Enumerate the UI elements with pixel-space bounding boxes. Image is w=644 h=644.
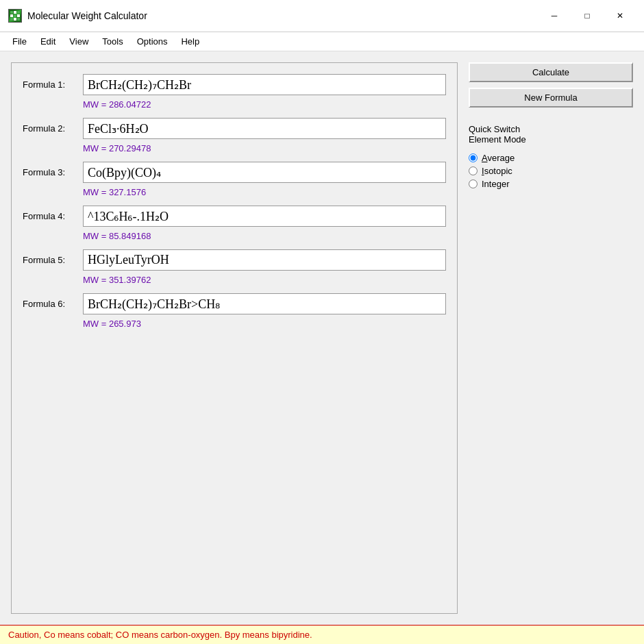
main-content: Formula 1: MW = 286.04722 Formula 2: MW … [0, 51, 644, 625]
calculate-button[interactable]: Calculate [469, 62, 633, 82]
status-bar: Caution, Co means cobalt; CO means carbo… [0, 625, 644, 644]
radio-average-label: Average [482, 153, 515, 163]
formula-label-3: Formula 3: [23, 167, 77, 177]
formula-input-6[interactable] [83, 293, 446, 314]
formula-mw-6: MW = 265.973 [83, 319, 446, 329]
right-panel: Calculate New Formula Quick SwitchElemen… [469, 62, 633, 614]
menu-help[interactable]: Help [174, 34, 206, 49]
formula-mw-5: MW = 351.39762 [83, 275, 446, 285]
app-icon [8, 9, 22, 23]
formula-row-2: Formula 2: [23, 118, 446, 139]
status-text: Caution, Co means cobalt; CO means carbo… [8, 630, 312, 640]
formula-input-3[interactable] [83, 162, 446, 183]
formula-input-2[interactable] [83, 118, 446, 139]
window-title: Molecular Weight Calculator [27, 10, 538, 21]
formula-mw-2: MW = 270.29478 [83, 143, 446, 153]
formula-input-4[interactable] [83, 206, 446, 227]
formula-mw-1: MW = 286.04722 [83, 99, 446, 110]
formula-row-3: Formula 3: [23, 162, 446, 183]
formula-label-5: Formula 5: [23, 255, 77, 265]
radio-isotopic-input[interactable] [469, 166, 478, 175]
formula-row-6: Formula 6: [23, 293, 446, 314]
menu-bar: File Edit View Tools Options Help [0, 32, 644, 51]
title-bar: Molecular Weight Calculator ─ □ ✕ [0, 0, 644, 32]
menu-tools[interactable]: Tools [95, 34, 129, 49]
radio-integer-input[interactable] [469, 179, 478, 188]
close-button[interactable]: ✕ [604, 5, 636, 26]
formula-mw-3: MW = 327.1576 [83, 187, 446, 197]
radio-integer-label: Integer [482, 179, 509, 189]
window-controls: ─ □ ✕ [538, 5, 636, 26]
radio-average-input[interactable] [469, 153, 478, 162]
formula-row-4: Formula 4: [23, 206, 446, 227]
menu-options[interactable]: Options [130, 34, 175, 49]
formula-row-1: Formula 1: [23, 74, 446, 95]
quick-switch-panel: Quick SwitchElement Mode Average Isotopi… [469, 124, 633, 189]
formula-row-5: Formula 5: [23, 249, 446, 271]
menu-file[interactable]: File [5, 34, 34, 49]
formula-label-2: Formula 2: [23, 123, 77, 134]
formula-label-6: Formula 6: [23, 299, 77, 309]
minimize-button[interactable]: ─ [538, 5, 570, 26]
formula-input-5[interactable] [83, 249, 446, 271]
formula-label-4: Formula 4: [23, 211, 77, 221]
formula-input-1[interactable] [83, 74, 446, 95]
new-formula-button[interactable]: New Formula [469, 88, 633, 108]
formula-mw-4: MW = 85.849168 [83, 231, 446, 241]
menu-edit[interactable]: Edit [34, 34, 62, 49]
radio-integer[interactable]: Integer [469, 179, 633, 189]
maximize-button[interactable]: □ [571, 5, 603, 26]
radio-average[interactable]: Average [469, 153, 633, 163]
radio-isotopic[interactable]: Isotopic [469, 166, 633, 176]
radio-isotopic-label: Isotopic [482, 166, 512, 176]
quick-switch-title: Quick SwitchElement Mode [469, 124, 633, 145]
formula-panel: Formula 1: MW = 286.04722 Formula 2: MW … [11, 62, 458, 614]
menu-view[interactable]: View [62, 34, 95, 49]
formula-label-1: Formula 1: [23, 79, 77, 90]
